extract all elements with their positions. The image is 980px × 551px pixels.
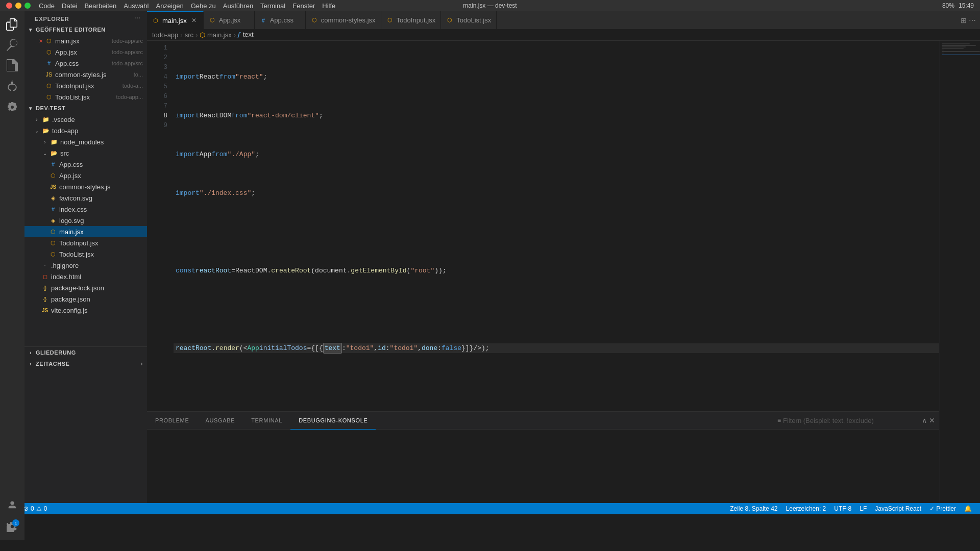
file-index-css[interactable]: # index.css: [24, 204, 147, 215]
status-spaces[interactable]: Leerzeichen: 2: [782, 503, 830, 514]
open-editor-app-css[interactable]: ✕ # App.css todo-app/src: [24, 58, 147, 69]
menu-anzeigen[interactable]: Anzeigen: [156, 2, 183, 10]
open-editor-common-styles[interactable]: ✕ JS common-styles.js to...: [24, 69, 147, 80]
file-app-css[interactable]: # App.css: [24, 159, 147, 170]
open-editor-app-jsx[interactable]: ✕ ⬡ App.jsx todo-app/src: [24, 46, 147, 58]
traffic-lights: [6, 3, 31, 9]
panel-filter-input[interactable]: [783, 417, 916, 424]
menu-bearbeiten[interactable]: Bearbeiten: [84, 2, 116, 10]
jsx-icon: ⬡: [49, 250, 57, 258]
file-package-lock[interactable]: {} package-lock.json: [24, 282, 147, 293]
file-name: common-styles.js: [59, 183, 147, 191]
line-num-9: 9: [157, 120, 167, 130]
status-notifications[interactable]: 🔔: [960, 503, 976, 514]
activity-run-debug[interactable]: [3, 77, 21, 95]
menu-ausfuehren[interactable]: Ausführen: [223, 2, 253, 10]
tab-todolist[interactable]: ⬡ TodoList.jsx: [441, 11, 497, 29]
panel-close[interactable]: ✕: [929, 416, 935, 424]
file-todolist[interactable]: ⬡ TodoList.jsx: [24, 248, 147, 260]
menu-datei[interactable]: Datei: [62, 2, 77, 10]
open-editor-name: TodoInput.jsx: [55, 82, 122, 90]
open-editors-section[interactable]: ▼ GEÖFFNETE EDITOREN: [24, 24, 147, 35]
file-package-json[interactable]: {} package.json: [24, 293, 147, 305]
menu-gehe-zu[interactable]: Gehe zu: [191, 2, 216, 10]
breadcrumb-src[interactable]: src: [185, 31, 193, 39]
file-common-styles[interactable]: JS common-styles.js: [24, 181, 147, 192]
title-bar-right: 80% 15:49: [942, 2, 974, 9]
file-app-jsx[interactable]: ⬡ App.jsx: [24, 170, 147, 181]
line-num-3: 3: [157, 62, 167, 72]
outline-section[interactable]: › GLIEDERUNG: [24, 347, 147, 358]
breadcrumb-todo-app[interactable]: todo-app: [152, 31, 178, 39]
sidebar-scroll[interactable]: ▼ GEÖFFNETE EDITOREN ✕ ⬡ main.jsx todo-a…: [24, 24, 147, 503]
file-index-html[interactable]: ◻ index.html: [24, 271, 147, 282]
menu-code[interactable]: Code: [39, 2, 55, 10]
sidebar-new-file-icon[interactable]: ⋯: [135, 15, 141, 22]
status-eol[interactable]: LF: [855, 503, 871, 514]
activity-extensions[interactable]: [3, 99, 21, 117]
html-icon: ◻: [41, 272, 49, 281]
file-hgignore[interactable]: · .hgignore: [24, 260, 147, 271]
open-editor-meta: to...: [134, 71, 147, 78]
code-content[interactable]: import React from "react"; import ReactD…: [174, 41, 939, 411]
open-editor-todolist[interactable]: ✕ ⬡ TodoList.jsx todo-app...: [24, 91, 147, 103]
open-editor-name: App.css: [55, 60, 112, 67]
menu-auswahl[interactable]: Auswahl: [124, 2, 149, 10]
code-editor[interactable]: 1 2 3 4 5 6 7 8 9 import React from "rea…: [147, 41, 939, 411]
folder-todo-app[interactable]: ⌄ 📂 todo-app: [24, 125, 147, 136]
activity-source-control[interactable]: [3, 56, 21, 74]
activity-explorer[interactable]: [3, 15, 21, 34]
panel-chevron-up[interactable]: ∧: [922, 416, 927, 424]
maximize-window-button[interactable]: [24, 3, 31, 9]
jsx-icon: ⬡: [45, 48, 53, 56]
open-editor-todoinput[interactable]: ✕ ⬡ TodoInput.jsx todo-a...: [24, 80, 147, 91]
menu-terminal[interactable]: Terminal: [260, 2, 285, 10]
breadcrumb-main-jsx[interactable]: ⬡ main.jsx: [200, 31, 231, 39]
tab-common-styles[interactable]: ⬡ common-styles.jsx: [306, 11, 381, 29]
tab-app-css[interactable]: # App.css: [255, 11, 306, 29]
timeline-section[interactable]: › ZEITACHSE ›: [24, 358, 147, 369]
close-icon-main[interactable]: ✕: [39, 38, 43, 44]
close-window-button[interactable]: [6, 3, 12, 9]
split-editor-icon[interactable]: ⊞: [961, 16, 967, 24]
file-favicon[interactable]: ◈ favicon.svg: [24, 192, 147, 204]
panel-tab-probleme[interactable]: PROBLEME: [147, 412, 197, 430]
minimize-window-button[interactable]: [15, 3, 21, 9]
panel-tab-ausgabe[interactable]: AUSGABE: [197, 412, 243, 430]
tab-todoinput[interactable]: ⬡ TodoInput.jsx: [381, 11, 442, 29]
breadcrumb-text[interactable]: 𝒇 text: [238, 31, 254, 39]
status-encoding[interactable]: UTF-8: [830, 503, 855, 514]
devtest-section[interactable]: ▼ DEV-TEST: [24, 103, 147, 114]
more-tabs-icon[interactable]: ⋯: [969, 16, 976, 24]
folder-icon: 📂: [42, 127, 50, 135]
code-line-8: reactRoot.render(<App initialTodos={[{ t…: [174, 343, 939, 353]
breadcrumb-sep: ›: [180, 31, 182, 39]
activity-search[interactable]: [3, 36, 21, 54]
folder-src[interactable]: ⌄ 📂 src: [24, 147, 147, 159]
tab-close-main[interactable]: ✕: [190, 16, 198, 24]
sidebar-title: Explorer: [35, 16, 69, 22]
breadcrumb-sep: ›: [195, 31, 198, 39]
open-editor-main-jsx[interactable]: ✕ ⬡ main.jsx todo-app/src: [24, 35, 147, 46]
panel-tab-debug-console[interactable]: DEBUGGING-KONSOLE: [290, 412, 376, 430]
file-name: .vscode: [52, 116, 147, 123]
status-position[interactable]: Zeile 8, Spalte 42: [726, 503, 781, 514]
status-language[interactable]: JavaScript React: [871, 503, 925, 514]
status-prettier[interactable]: ✓ Prettier: [925, 503, 960, 514]
file-vscode[interactable]: › 📁 .vscode: [24, 114, 147, 125]
menu-hilfe[interactable]: Hilfe: [322, 2, 335, 10]
open-editor-name: main.jsx: [55, 37, 112, 45]
tab-app-jsx[interactable]: ⬡ App.jsx: [204, 11, 255, 29]
activity-settings[interactable]: 1: [3, 517, 21, 536]
file-todoinput[interactable]: ⬡ TodoInput.jsx: [24, 237, 147, 248]
panel-tab-terminal[interactable]: TERMINAL: [243, 412, 290, 430]
file-logo-svg[interactable]: ◈ logo.svg: [24, 215, 147, 226]
filter-icon: ≡: [777, 417, 781, 424]
menu-fenster[interactable]: Fenster: [292, 2, 315, 10]
folder-node-modules[interactable]: › 📁 node_modules: [24, 136, 147, 147]
file-vite-config[interactable]: JS vite.config.js: [24, 305, 147, 316]
tab-css-icon: #: [260, 17, 267, 24]
tab-main-jsx[interactable]: ⬡ main.jsx ✕: [147, 11, 204, 29]
activity-account[interactable]: [3, 497, 21, 515]
file-main-jsx[interactable]: ⬡ main.jsx: [24, 226, 147, 237]
